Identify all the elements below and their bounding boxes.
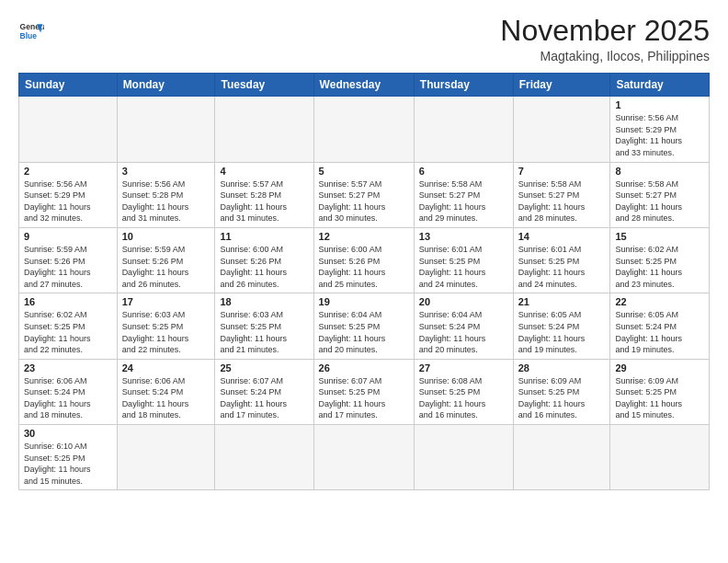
day-info: Sunrise: 6:06 AM Sunset: 5:24 PM Dayligh… — [122, 375, 210, 421]
day-number: 29 — [615, 362, 704, 373]
calendar-week-6: 30Sunrise: 6:10 AM Sunset: 5:25 PM Dayli… — [19, 425, 710, 490]
logo: General Blue — [18, 18, 44, 44]
calendar-cell: 29Sunrise: 6:09 AM Sunset: 5:25 PM Dayli… — [610, 359, 710, 424]
calendar-cell: 14Sunrise: 6:01 AM Sunset: 5:25 PM Dayli… — [513, 227, 610, 293]
calendar-cell — [513, 97, 610, 162]
day-info: Sunrise: 6:08 AM Sunset: 5:25 PM Dayligh… — [419, 375, 508, 421]
day-number: 8 — [615, 166, 704, 177]
calendar-cell: 11Sunrise: 6:00 AM Sunset: 5:26 PM Dayli… — [215, 227, 313, 293]
day-number: 22 — [615, 296, 704, 307]
page: General Blue November 2025 Magtaking, Il… — [0, 0, 728, 563]
calendar-cell — [117, 425, 215, 490]
calendar-cell: 5Sunrise: 5:57 AM Sunset: 5:27 PM Daylig… — [313, 162, 414, 227]
calendar-cell: 13Sunrise: 6:01 AM Sunset: 5:25 PM Dayli… — [414, 227, 513, 293]
day-number: 30 — [24, 428, 112, 439]
day-info: Sunrise: 6:01 AM Sunset: 5:25 PM Dayligh… — [518, 244, 606, 290]
calendar-cell: 19Sunrise: 6:04 AM Sunset: 5:25 PM Dayli… — [313, 293, 414, 359]
day-info: Sunrise: 5:57 AM Sunset: 5:28 PM Dayligh… — [220, 178, 308, 224]
calendar-week-1: 1Sunrise: 5:56 AM Sunset: 5:29 PM Daylig… — [19, 97, 710, 162]
title-block: November 2025 Magtaking, Ilocos, Philipp… — [500, 15, 710, 63]
day-number: 5 — [319, 166, 409, 177]
calendar-cell: 9Sunrise: 5:59 AM Sunset: 5:26 PM Daylig… — [19, 227, 118, 293]
weekday-header-friday: Friday — [513, 74, 610, 97]
weekday-header-tuesday: Tuesday — [215, 74, 313, 97]
day-info: Sunrise: 6:02 AM Sunset: 5:25 PM Dayligh… — [24, 309, 112, 355]
day-number: 27 — [419, 362, 508, 373]
location: Magtaking, Ilocos, Philippines — [500, 49, 710, 63]
calendar-cell — [414, 425, 513, 490]
calendar-cell: 18Sunrise: 6:03 AM Sunset: 5:25 PM Dayli… — [215, 293, 313, 359]
day-info: Sunrise: 6:10 AM Sunset: 5:25 PM Dayligh… — [24, 441, 112, 487]
day-info: Sunrise: 5:58 AM Sunset: 5:27 PM Dayligh… — [518, 178, 606, 224]
day-number: 4 — [220, 166, 308, 177]
day-info: Sunrise: 6:00 AM Sunset: 5:26 PM Dayligh… — [319, 244, 409, 290]
day-info: Sunrise: 6:04 AM Sunset: 5:25 PM Dayligh… — [319, 309, 409, 355]
day-number: 19 — [319, 296, 409, 307]
day-number: 1 — [615, 99, 704, 110]
weekday-header-saturday: Saturday — [610, 74, 710, 97]
calendar-cell — [215, 425, 313, 490]
day-number: 7 — [518, 166, 606, 177]
day-info: Sunrise: 5:58 AM Sunset: 5:27 PM Dayligh… — [615, 178, 704, 224]
calendar-cell: 30Sunrise: 6:10 AM Sunset: 5:25 PM Dayli… — [19, 425, 118, 490]
day-number: 28 — [518, 362, 606, 373]
day-number: 25 — [220, 362, 308, 373]
calendar-week-4: 16Sunrise: 6:02 AM Sunset: 5:25 PM Dayli… — [19, 293, 710, 359]
day-info: Sunrise: 6:05 AM Sunset: 5:24 PM Dayligh… — [615, 309, 704, 355]
calendar-cell — [19, 97, 118, 162]
calendar-cell: 7Sunrise: 5:58 AM Sunset: 5:27 PM Daylig… — [513, 162, 610, 227]
calendar-cell — [313, 97, 414, 162]
day-number: 6 — [419, 166, 508, 177]
calendar-cell: 22Sunrise: 6:05 AM Sunset: 5:24 PM Dayli… — [610, 293, 710, 359]
calendar-cell: 10Sunrise: 5:59 AM Sunset: 5:26 PM Dayli… — [117, 227, 215, 293]
day-info: Sunrise: 6:09 AM Sunset: 5:25 PM Dayligh… — [615, 375, 704, 421]
day-info: Sunrise: 5:56 AM Sunset: 5:29 PM Dayligh… — [615, 112, 704, 158]
calendar-week-2: 2Sunrise: 5:56 AM Sunset: 5:29 PM Daylig… — [19, 162, 710, 227]
calendar-week-5: 23Sunrise: 6:06 AM Sunset: 5:24 PM Dayli… — [19, 359, 710, 424]
day-info: Sunrise: 5:59 AM Sunset: 5:26 PM Dayligh… — [24, 244, 112, 290]
calendar-cell: 3Sunrise: 5:56 AM Sunset: 5:28 PM Daylig… — [117, 162, 215, 227]
month-title: November 2025 — [500, 15, 710, 47]
calendar-cell — [513, 425, 610, 490]
day-number: 26 — [319, 362, 409, 373]
calendar-cell: 16Sunrise: 6:02 AM Sunset: 5:25 PM Dayli… — [19, 293, 118, 359]
day-info: Sunrise: 6:07 AM Sunset: 5:24 PM Dayligh… — [220, 375, 308, 421]
calendar-cell: 23Sunrise: 6:06 AM Sunset: 5:24 PM Dayli… — [19, 359, 118, 424]
calendar-cell: 12Sunrise: 6:00 AM Sunset: 5:26 PM Dayli… — [313, 227, 414, 293]
day-info: Sunrise: 6:09 AM Sunset: 5:25 PM Dayligh… — [518, 375, 606, 421]
day-number: 20 — [419, 296, 508, 307]
calendar-cell: 17Sunrise: 6:03 AM Sunset: 5:25 PM Dayli… — [117, 293, 215, 359]
day-info: Sunrise: 6:07 AM Sunset: 5:25 PM Dayligh… — [319, 375, 409, 421]
weekday-header-row: SundayMondayTuesdayWednesdayThursdayFrid… — [19, 74, 710, 97]
day-number: 24 — [122, 362, 210, 373]
calendar-cell: 8Sunrise: 5:58 AM Sunset: 5:27 PM Daylig… — [610, 162, 710, 227]
svg-text:Blue: Blue — [20, 31, 38, 40]
day-info: Sunrise: 5:56 AM Sunset: 5:28 PM Dayligh… — [122, 178, 210, 224]
day-number: 12 — [319, 231, 409, 242]
calendar-cell — [414, 97, 513, 162]
day-info: Sunrise: 6:05 AM Sunset: 5:24 PM Dayligh… — [518, 309, 606, 355]
day-info: Sunrise: 6:01 AM Sunset: 5:25 PM Dayligh… — [419, 244, 508, 290]
day-info: Sunrise: 6:04 AM Sunset: 5:24 PM Dayligh… — [419, 309, 508, 355]
calendar-cell — [313, 425, 414, 490]
day-number: 9 — [24, 231, 112, 242]
calendar-cell: 28Sunrise: 6:09 AM Sunset: 5:25 PM Dayli… — [513, 359, 610, 424]
day-number: 13 — [419, 231, 508, 242]
day-number: 11 — [220, 231, 308, 242]
day-number: 2 — [24, 166, 112, 177]
day-info: Sunrise: 5:58 AM Sunset: 5:27 PM Dayligh… — [419, 178, 508, 224]
calendar-cell: 4Sunrise: 5:57 AM Sunset: 5:28 PM Daylig… — [215, 162, 313, 227]
day-info: Sunrise: 6:06 AM Sunset: 5:24 PM Dayligh… — [24, 375, 112, 421]
day-number: 17 — [122, 296, 210, 307]
day-number: 16 — [24, 296, 112, 307]
calendar-cell: 25Sunrise: 6:07 AM Sunset: 5:24 PM Dayli… — [215, 359, 313, 424]
generalblue-logo-icon: General Blue — [18, 18, 44, 44]
weekday-header-sunday: Sunday — [19, 74, 118, 97]
day-number: 23 — [24, 362, 112, 373]
day-info: Sunrise: 5:56 AM Sunset: 5:29 PM Dayligh… — [24, 178, 112, 224]
day-number: 21 — [518, 296, 606, 307]
day-info: Sunrise: 6:03 AM Sunset: 5:25 PM Dayligh… — [122, 309, 210, 355]
calendar-cell: 26Sunrise: 6:07 AM Sunset: 5:25 PM Dayli… — [313, 359, 414, 424]
calendar-cell: 21Sunrise: 6:05 AM Sunset: 5:24 PM Dayli… — [513, 293, 610, 359]
weekday-header-monday: Monday — [117, 74, 215, 97]
